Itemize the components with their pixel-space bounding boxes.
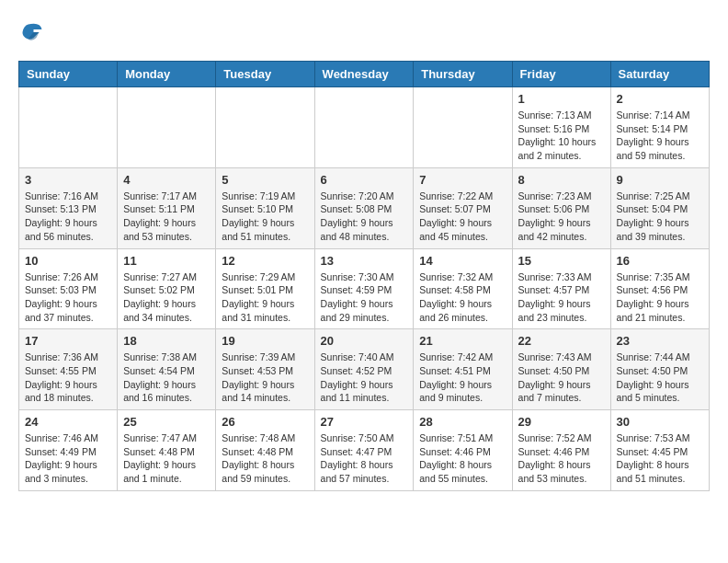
calendar-day-cell: 27Sunrise: 7:50 AM Sunset: 4:47 PM Dayli… bbox=[314, 410, 414, 491]
calendar-day-cell: 24Sunrise: 7:46 AM Sunset: 4:49 PM Dayli… bbox=[19, 410, 118, 491]
logo-icon bbox=[18, 18, 46, 46]
day-info: Sunrise: 7:26 AM Sunset: 5:03 PM Dayligh… bbox=[25, 270, 111, 325]
day-number: 10 bbox=[25, 254, 111, 268]
calendar-day-cell: 2Sunrise: 7:14 AM Sunset: 5:14 PM Daylig… bbox=[610, 87, 709, 168]
calendar-day-cell: 10Sunrise: 7:26 AM Sunset: 5:03 PM Dayli… bbox=[19, 248, 118, 329]
day-info: Sunrise: 7:35 AM Sunset: 4:56 PM Dayligh… bbox=[617, 270, 703, 325]
day-number: 23 bbox=[617, 334, 703, 348]
calendar-week-row: 24Sunrise: 7:46 AM Sunset: 4:49 PM Dayli… bbox=[19, 410, 710, 491]
calendar-day-cell bbox=[19, 87, 118, 168]
calendar-day-cell: 3Sunrise: 7:16 AM Sunset: 5:13 PM Daylig… bbox=[19, 167, 118, 248]
day-info: Sunrise: 7:20 AM Sunset: 5:08 PM Dayligh… bbox=[321, 190, 408, 244]
calendar-day-cell: 18Sunrise: 7:38 AM Sunset: 4:54 PM Dayli… bbox=[118, 329, 216, 410]
day-info: Sunrise: 7:52 AM Sunset: 4:46 PM Dayligh… bbox=[518, 431, 605, 486]
weekday-header: Saturday bbox=[610, 62, 709, 87]
day-info: Sunrise: 7:33 AM Sunset: 4:57 PM Dayligh… bbox=[518, 270, 605, 325]
day-number: 3 bbox=[25, 173, 111, 187]
day-info: Sunrise: 7:29 AM Sunset: 5:01 PM Dayligh… bbox=[222, 270, 308, 325]
day-number: 6 bbox=[321, 173, 408, 187]
day-number: 27 bbox=[321, 415, 408, 429]
day-number: 28 bbox=[419, 415, 506, 429]
day-number: 12 bbox=[222, 254, 308, 268]
day-info: Sunrise: 7:50 AM Sunset: 4:47 PM Dayligh… bbox=[321, 431, 408, 486]
calendar-day-cell: 19Sunrise: 7:39 AM Sunset: 4:53 PM Dayli… bbox=[216, 329, 314, 410]
calendar-day-cell: 13Sunrise: 7:30 AM Sunset: 4:59 PM Dayli… bbox=[314, 248, 414, 329]
day-number: 15 bbox=[518, 254, 605, 268]
day-info: Sunrise: 7:17 AM Sunset: 5:11 PM Dayligh… bbox=[123, 190, 210, 244]
day-info: Sunrise: 7:13 AM Sunset: 5:16 PM Dayligh… bbox=[518, 109, 605, 163]
weekday-header: Tuesday bbox=[216, 62, 314, 87]
day-info: Sunrise: 7:40 AM Sunset: 4:52 PM Dayligh… bbox=[321, 350, 408, 405]
day-number: 1 bbox=[518, 92, 605, 106]
calendar-day-cell bbox=[216, 87, 314, 168]
day-number: 11 bbox=[123, 254, 210, 268]
day-info: Sunrise: 7:48 AM Sunset: 4:48 PM Dayligh… bbox=[222, 431, 308, 486]
day-number: 17 bbox=[25, 334, 111, 348]
calendar-day-cell: 25Sunrise: 7:47 AM Sunset: 4:48 PM Dayli… bbox=[118, 410, 216, 491]
day-info: Sunrise: 7:44 AM Sunset: 4:50 PM Dayligh… bbox=[617, 350, 703, 405]
day-info: Sunrise: 7:16 AM Sunset: 5:13 PM Dayligh… bbox=[25, 190, 111, 244]
calendar-day-cell bbox=[118, 87, 216, 168]
day-number: 18 bbox=[123, 334, 210, 348]
weekday-header: Thursday bbox=[414, 62, 512, 87]
calendar-day-cell: 28Sunrise: 7:51 AM Sunset: 4:46 PM Dayli… bbox=[414, 410, 512, 491]
calendar-day-cell: 1Sunrise: 7:13 AM Sunset: 5:16 PM Daylig… bbox=[512, 87, 610, 168]
calendar-day-cell: 14Sunrise: 7:32 AM Sunset: 4:58 PM Dayli… bbox=[414, 248, 512, 329]
calendar-day-cell: 15Sunrise: 7:33 AM Sunset: 4:57 PM Dayli… bbox=[512, 248, 610, 329]
calendar-day-cell bbox=[314, 87, 414, 168]
calendar-day-cell: 29Sunrise: 7:52 AM Sunset: 4:46 PM Dayli… bbox=[512, 410, 610, 491]
calendar-week-row: 1Sunrise: 7:13 AM Sunset: 5:16 PM Daylig… bbox=[19, 87, 710, 168]
day-info: Sunrise: 7:47 AM Sunset: 4:48 PM Dayligh… bbox=[123, 431, 210, 486]
day-info: Sunrise: 7:23 AM Sunset: 5:06 PM Dayligh… bbox=[518, 190, 605, 244]
day-number: 21 bbox=[419, 334, 506, 348]
day-number: 16 bbox=[617, 254, 703, 268]
day-info: Sunrise: 7:30 AM Sunset: 4:59 PM Dayligh… bbox=[321, 270, 408, 325]
calendar-day-cell: 7Sunrise: 7:22 AM Sunset: 5:07 PM Daylig… bbox=[414, 167, 512, 248]
day-info: Sunrise: 7:27 AM Sunset: 5:02 PM Dayligh… bbox=[123, 270, 210, 325]
calendar-day-cell: 20Sunrise: 7:40 AM Sunset: 4:52 PM Dayli… bbox=[314, 329, 414, 410]
day-number: 7 bbox=[419, 173, 506, 187]
day-info: Sunrise: 7:32 AM Sunset: 4:58 PM Dayligh… bbox=[419, 270, 506, 325]
calendar-day-cell: 8Sunrise: 7:23 AM Sunset: 5:06 PM Daylig… bbox=[512, 167, 610, 248]
day-info: Sunrise: 7:19 AM Sunset: 5:10 PM Dayligh… bbox=[222, 190, 308, 244]
weekday-header: Monday bbox=[118, 62, 216, 87]
page-header bbox=[18, 18, 710, 46]
calendar-day-cell: 17Sunrise: 7:36 AM Sunset: 4:55 PM Dayli… bbox=[19, 329, 118, 410]
day-number: 20 bbox=[321, 334, 408, 348]
day-number: 22 bbox=[518, 334, 605, 348]
calendar-week-row: 10Sunrise: 7:26 AM Sunset: 5:03 PM Dayli… bbox=[19, 248, 710, 329]
day-info: Sunrise: 7:53 AM Sunset: 4:45 PM Dayligh… bbox=[617, 431, 703, 486]
logo bbox=[18, 18, 50, 46]
day-info: Sunrise: 7:36 AM Sunset: 4:55 PM Dayligh… bbox=[25, 350, 111, 405]
day-info: Sunrise: 7:39 AM Sunset: 4:53 PM Dayligh… bbox=[222, 350, 308, 405]
calendar-table: SundayMondayTuesdayWednesdayThursdayFrid… bbox=[18, 61, 710, 491]
day-number: 24 bbox=[25, 415, 111, 429]
calendar-day-cell: 21Sunrise: 7:42 AM Sunset: 4:51 PM Dayli… bbox=[414, 329, 512, 410]
calendar-day-cell: 22Sunrise: 7:43 AM Sunset: 4:50 PM Dayli… bbox=[512, 329, 610, 410]
calendar-day-cell: 11Sunrise: 7:27 AM Sunset: 5:02 PM Dayli… bbox=[118, 248, 216, 329]
calendar-day-cell: 9Sunrise: 7:25 AM Sunset: 5:04 PM Daylig… bbox=[610, 167, 709, 248]
day-info: Sunrise: 7:43 AM Sunset: 4:50 PM Dayligh… bbox=[518, 350, 605, 405]
weekday-header: Sunday bbox=[19, 62, 118, 87]
day-number: 14 bbox=[419, 254, 506, 268]
day-info: Sunrise: 7:38 AM Sunset: 4:54 PM Dayligh… bbox=[123, 350, 210, 405]
calendar-day-cell: 26Sunrise: 7:48 AM Sunset: 4:48 PM Dayli… bbox=[216, 410, 314, 491]
day-number: 30 bbox=[617, 415, 703, 429]
day-number: 4 bbox=[123, 173, 210, 187]
day-info: Sunrise: 7:22 AM Sunset: 5:07 PM Dayligh… bbox=[419, 190, 506, 244]
calendar-week-row: 3Sunrise: 7:16 AM Sunset: 5:13 PM Daylig… bbox=[19, 167, 710, 248]
day-number: 2 bbox=[617, 92, 703, 106]
calendar-day-cell: 16Sunrise: 7:35 AM Sunset: 4:56 PM Dayli… bbox=[610, 248, 709, 329]
weekday-header: Friday bbox=[512, 62, 610, 87]
calendar-week-row: 17Sunrise: 7:36 AM Sunset: 4:55 PM Dayli… bbox=[19, 329, 710, 410]
day-info: Sunrise: 7:25 AM Sunset: 5:04 PM Dayligh… bbox=[617, 190, 703, 244]
calendar-day-cell bbox=[414, 87, 512, 168]
day-number: 26 bbox=[222, 415, 308, 429]
calendar-day-cell: 30Sunrise: 7:53 AM Sunset: 4:45 PM Dayli… bbox=[610, 410, 709, 491]
day-number: 19 bbox=[222, 334, 308, 348]
day-info: Sunrise: 7:14 AM Sunset: 5:14 PM Dayligh… bbox=[617, 109, 703, 163]
day-number: 25 bbox=[123, 415, 210, 429]
day-info: Sunrise: 7:42 AM Sunset: 4:51 PM Dayligh… bbox=[419, 350, 506, 405]
weekday-header: Wednesday bbox=[314, 62, 414, 87]
calendar-day-cell: 6Sunrise: 7:20 AM Sunset: 5:08 PM Daylig… bbox=[314, 167, 414, 248]
